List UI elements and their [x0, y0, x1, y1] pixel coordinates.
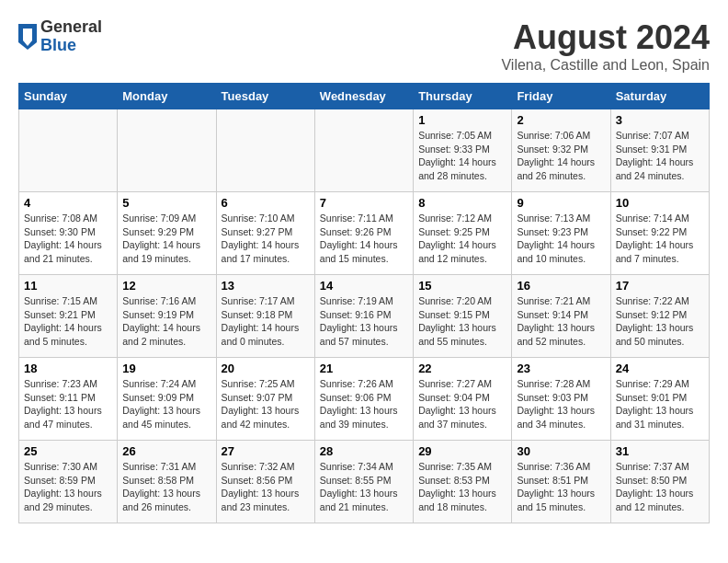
header-monday: Monday — [118, 84, 216, 109]
calendar-cell — [216, 109, 314, 192]
day-number: 3 — [616, 113, 704, 127]
calendar-cell: 16Sunrise: 7:21 AMSunset: 9:14 PMDayligh… — [512, 275, 610, 358]
calendar-cell: 17Sunrise: 7:22 AMSunset: 9:12 PMDayligh… — [610, 275, 709, 358]
calendar-cell: 13Sunrise: 7:17 AMSunset: 9:18 PMDayligh… — [216, 275, 314, 358]
day-info: Sunrise: 7:11 AMSunset: 9:26 PMDaylight:… — [320, 212, 408, 266]
calendar-cell: 12Sunrise: 7:16 AMSunset: 9:19 PMDayligh… — [118, 275, 216, 358]
calendar-cell: 23Sunrise: 7:28 AMSunset: 9:03 PMDayligh… — [512, 358, 610, 441]
calendar-cell: 3Sunrise: 7:07 AMSunset: 9:31 PMDaylight… — [610, 109, 709, 192]
day-info: Sunrise: 7:06 AMSunset: 9:32 PMDaylight:… — [517, 129, 605, 183]
day-number: 18 — [24, 362, 112, 375]
day-number: 22 — [418, 362, 506, 375]
calendar-cell: 5Sunrise: 7:09 AMSunset: 9:29 PMDaylight… — [118, 192, 216, 275]
calendar-cell: 8Sunrise: 7:12 AMSunset: 9:25 PMDaylight… — [414, 192, 512, 275]
logo-blue: Blue — [40, 37, 102, 55]
title-block: August 2024 Vilena, Castille and Leon, S… — [501, 18, 710, 74]
day-info: Sunrise: 7:13 AMSunset: 9:23 PMDaylight:… — [517, 212, 605, 266]
day-number: 26 — [122, 444, 210, 458]
day-number: 23 — [517, 362, 605, 375]
day-info: Sunrise: 7:05 AMSunset: 9:33 PMDaylight:… — [418, 129, 506, 183]
logo-icon — [18, 24, 37, 50]
logo-text: General Blue — [40, 18, 102, 55]
calendar-week-3: 11Sunrise: 7:15 AMSunset: 9:21 PMDayligh… — [19, 275, 710, 358]
day-number: 30 — [517, 444, 605, 458]
day-info: Sunrise: 7:21 AMSunset: 9:14 PMDaylight:… — [517, 294, 605, 349]
day-info: Sunrise: 7:20 AMSunset: 9:15 PMDaylight:… — [418, 294, 506, 349]
day-info: Sunrise: 7:16 AMSunset: 9:19 PMDaylight:… — [122, 294, 210, 349]
day-info: Sunrise: 7:22 AMSunset: 9:12 PMDaylight:… — [616, 294, 704, 349]
day-number: 7 — [320, 196, 408, 210]
day-number: 1 — [418, 113, 506, 127]
calendar-cell: 18Sunrise: 7:23 AMSunset: 9:11 PMDayligh… — [19, 358, 118, 441]
day-number: 20 — [222, 362, 310, 375]
calendar-cell: 14Sunrise: 7:19 AMSunset: 9:16 PMDayligh… — [314, 275, 413, 358]
calendar-cell: 6Sunrise: 7:10 AMSunset: 9:27 PMDaylight… — [216, 192, 314, 275]
calendar-cell: 24Sunrise: 7:29 AMSunset: 9:01 PMDayligh… — [610, 358, 709, 441]
day-number: 17 — [616, 279, 704, 293]
calendar-cell: 26Sunrise: 7:31 AMSunset: 8:58 PMDayligh… — [118, 441, 216, 523]
day-number: 10 — [616, 196, 704, 210]
calendar-cell: 30Sunrise: 7:36 AMSunset: 8:51 PMDayligh… — [512, 441, 610, 523]
page-header: General Blue August 2024 Vilena, Castill… — [18, 18, 710, 74]
calendar-cell: 27Sunrise: 7:32 AMSunset: 8:56 PMDayligh… — [216, 441, 314, 523]
day-number: 24 — [616, 362, 704, 375]
day-info: Sunrise: 7:31 AMSunset: 8:58 PMDaylight:… — [122, 460, 210, 514]
day-number: 5 — [122, 196, 210, 210]
calendar-cell: 20Sunrise: 7:25 AMSunset: 9:07 PMDayligh… — [216, 358, 314, 441]
day-number: 6 — [222, 196, 310, 210]
header-saturday: Saturday — [610, 84, 709, 109]
day-number: 4 — [24, 196, 112, 210]
logo-general: General — [40, 18, 102, 37]
logo: General Blue — [18, 18, 102, 55]
day-info: Sunrise: 7:14 AMSunset: 9:22 PMDaylight:… — [616, 212, 704, 266]
location-title: Vilena, Castille and Leon, Spain — [501, 57, 710, 74]
header-tuesday: Tuesday — [216, 84, 314, 109]
day-info: Sunrise: 7:37 AMSunset: 8:50 PMDaylight:… — [616, 460, 704, 514]
day-number: 27 — [222, 444, 310, 458]
day-info: Sunrise: 7:07 AMSunset: 9:31 PMDaylight:… — [616, 129, 704, 183]
day-number: 19 — [122, 362, 210, 375]
day-info: Sunrise: 7:27 AMSunset: 9:04 PMDaylight:… — [418, 377, 506, 431]
day-info: Sunrise: 7:28 AMSunset: 9:03 PMDaylight:… — [517, 377, 605, 431]
day-info: Sunrise: 7:25 AMSunset: 9:07 PMDaylight:… — [222, 377, 310, 431]
day-info: Sunrise: 7:29 AMSunset: 9:01 PMDaylight:… — [616, 377, 704, 431]
calendar-cell: 19Sunrise: 7:24 AMSunset: 9:09 PMDayligh… — [118, 358, 216, 441]
calendar-cell: 7Sunrise: 7:11 AMSunset: 9:26 PMDaylight… — [314, 192, 413, 275]
calendar-table: SundayMondayTuesdayWednesdayThursdayFrid… — [18, 83, 710, 523]
day-info: Sunrise: 7:12 AMSunset: 9:25 PMDaylight:… — [418, 212, 506, 266]
calendar-week-4: 18Sunrise: 7:23 AMSunset: 9:11 PMDayligh… — [19, 358, 710, 441]
day-number: 8 — [418, 196, 506, 210]
day-number: 16 — [517, 279, 605, 293]
calendar-cell: 15Sunrise: 7:20 AMSunset: 9:15 PMDayligh… — [414, 275, 512, 358]
day-number: 29 — [418, 444, 506, 458]
header-friday: Friday — [512, 84, 610, 109]
calendar-cell: 22Sunrise: 7:27 AMSunset: 9:04 PMDayligh… — [414, 358, 512, 441]
day-info: Sunrise: 7:24 AMSunset: 9:09 PMDaylight:… — [122, 377, 210, 431]
calendar-cell: 31Sunrise: 7:37 AMSunset: 8:50 PMDayligh… — [610, 441, 709, 523]
day-info: Sunrise: 7:30 AMSunset: 8:59 PMDaylight:… — [24, 460, 112, 514]
day-info: Sunrise: 7:35 AMSunset: 8:53 PMDaylight:… — [418, 460, 506, 514]
day-info: Sunrise: 7:26 AMSunset: 9:06 PMDaylight:… — [320, 377, 408, 431]
header-thursday: Thursday — [414, 84, 512, 109]
day-number: 25 — [24, 444, 112, 458]
calendar-cell: 10Sunrise: 7:14 AMSunset: 9:22 PMDayligh… — [610, 192, 709, 275]
day-number: 14 — [320, 279, 408, 293]
day-info: Sunrise: 7:19 AMSunset: 9:16 PMDaylight:… — [320, 294, 408, 349]
calendar-cell: 9Sunrise: 7:13 AMSunset: 9:23 PMDaylight… — [512, 192, 610, 275]
calendar-cell: 21Sunrise: 7:26 AMSunset: 9:06 PMDayligh… — [314, 358, 413, 441]
day-info: Sunrise: 7:36 AMSunset: 8:51 PMDaylight:… — [517, 460, 605, 514]
calendar-cell: 4Sunrise: 7:08 AMSunset: 9:30 PMDaylight… — [19, 192, 118, 275]
calendar-cell — [19, 109, 118, 192]
day-info: Sunrise: 7:23 AMSunset: 9:11 PMDaylight:… — [24, 377, 112, 431]
day-number: 28 — [320, 444, 408, 458]
calendar-cell — [314, 109, 413, 192]
calendar-cell: 28Sunrise: 7:34 AMSunset: 8:55 PMDayligh… — [314, 441, 413, 523]
calendar-cell: 11Sunrise: 7:15 AMSunset: 9:21 PMDayligh… — [19, 275, 118, 358]
calendar-week-2: 4Sunrise: 7:08 AMSunset: 9:30 PMDaylight… — [19, 192, 710, 275]
calendar-cell: 25Sunrise: 7:30 AMSunset: 8:59 PMDayligh… — [19, 441, 118, 523]
day-info: Sunrise: 7:09 AMSunset: 9:29 PMDaylight:… — [122, 212, 210, 266]
day-number: 11 — [24, 279, 112, 293]
day-number: 12 — [122, 279, 210, 293]
day-info: Sunrise: 7:15 AMSunset: 9:21 PMDaylight:… — [24, 294, 112, 349]
calendar-week-5: 25Sunrise: 7:30 AMSunset: 8:59 PMDayligh… — [19, 441, 710, 523]
